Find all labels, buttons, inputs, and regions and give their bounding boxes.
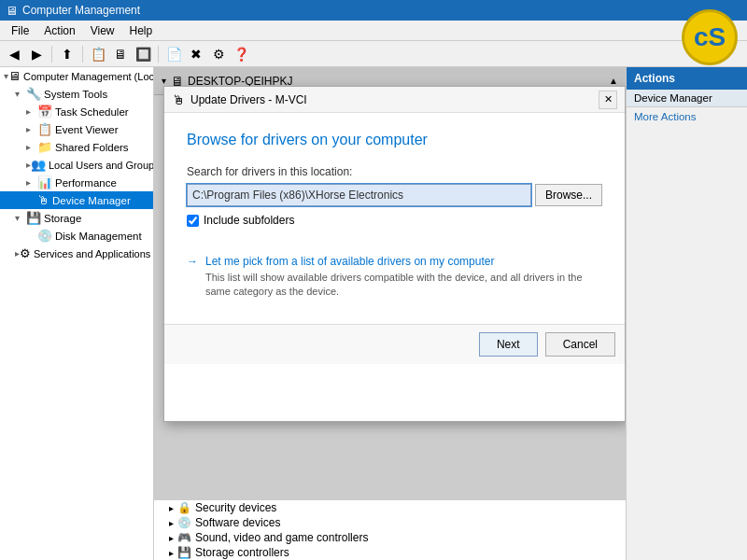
tree-item-event-viewer[interactable]: ▸ 📋 Event Viewer: [0, 120, 153, 138]
storage-ctrl-label: Storage controllers: [195, 546, 289, 559]
dialog-titlebar: 🖱 Update Drivers - M-VCI ✕: [164, 87, 625, 113]
menu-action[interactable]: Action: [36, 22, 82, 39]
toolbar-show-hide[interactable]: 📋: [88, 44, 108, 64]
toolbar-sep2: [82, 46, 83, 63]
path-input[interactable]: [187, 184, 531, 206]
tree-label-event-viewer: Event Viewer: [55, 124, 119, 135]
toolbar-forward[interactable]: ▶: [26, 44, 47, 64]
dm-item-security[interactable]: ▸ 🔒 Security devices: [154, 500, 626, 515]
tree-arrow-st: ▾: [15, 89, 26, 99]
toolbar-back[interactable]: ◀: [4, 44, 24, 64]
tree-label-storage: Storage: [44, 213, 81, 224]
pick-driver-desc: This list will show available drivers co…: [205, 271, 602, 300]
tree-label-shared-folders: Shared Folders: [55, 142, 129, 153]
logo-text: cS: [694, 22, 726, 52]
tree-label-disk-mgmt: Disk Management: [55, 231, 142, 242]
path-input-row: Browse...: [187, 184, 602, 206]
toolbar-delete[interactable]: ✖: [186, 44, 206, 64]
tree-arrow-sf: ▸: [26, 142, 37, 152]
tree-label-services: Services and Applications: [34, 248, 150, 259]
actions-header: Actions: [627, 67, 747, 90]
tree-item-shared-folders[interactable]: ▸ 📁 Shared Folders: [0, 138, 153, 156]
tree-item-disk-mgmt[interactable]: 💿 Disk Management: [0, 227, 153, 245]
dm-item-sound[interactable]: ▸ 🎮 Sound, video and game controllers: [154, 530, 626, 545]
actions-subheader: Device Manager: [627, 90, 747, 107]
dialog-body: Browse for drivers on your computer Sear…: [164, 113, 625, 324]
security-label: Security devices: [195, 501, 276, 514]
include-subfolders-checkbox[interactable]: [187, 215, 199, 227]
tree-label-local-users: Local Users and Groups: [49, 160, 154, 171]
software-label: Software devices: [195, 516, 280, 529]
tree-label-device-manager: Device Manager: [52, 195, 131, 206]
modal-overlay: 🖱 Update Drivers - M-VCI ✕ Browse for dr…: [154, 67, 626, 560]
disk-icon: 💿: [37, 229, 52, 243]
toolbar-properties[interactable]: ⚙: [208, 44, 229, 64]
storage-icon: 💾: [26, 211, 41, 225]
tree-item-computer-mgmt[interactable]: ▾ 🖥 Computer Management (Local): [0, 67, 153, 85]
pick-driver-link-row: → Let me pick from a list of available d…: [187, 255, 602, 300]
toolbar-sep3: [158, 46, 159, 63]
tree-arrow-stor: ▾: [15, 213, 26, 223]
storage-ctrl-icon: 💾: [177, 546, 191, 559]
tree-label-computer-mgmt: Computer Management (Local): [23, 71, 154, 82]
dm-item-storage-ctrl[interactable]: ▸ 💾 Storage controllers: [154, 545, 626, 560]
tree-label-system-tools: System Tools: [44, 89, 107, 100]
dm-item-software[interactable]: ▸ 💿 Software devices: [154, 515, 626, 530]
software-icon: 💿: [177, 516, 191, 529]
toolbar-up[interactable]: ⬆: [57, 44, 78, 64]
tree-label-performance: Performance: [55, 177, 117, 189]
title-bar-text: Computer Management: [22, 4, 140, 17]
more-actions-link[interactable]: More Actions: [627, 107, 747, 126]
dialog-title-text: Update Drivers - M-VCI: [190, 93, 599, 106]
menu-file[interactable]: File: [4, 22, 36, 39]
pick-driver-link[interactable]: Let me pick from a list of available dri…: [205, 255, 602, 268]
tree-item-system-tools[interactable]: ▾ 🔧 System Tools: [0, 85, 153, 103]
update-drivers-dialog: 🖱 Update Drivers - M-VCI ✕ Browse for dr…: [163, 86, 626, 422]
browse-button[interactable]: Browse...: [535, 184, 602, 206]
sound-label: Sound, video and game controllers: [195, 531, 368, 544]
toolbar-sep1: [51, 46, 52, 63]
tree-item-local-users[interactable]: ▸ 👥 Local Users and Groups: [0, 156, 153, 174]
include-subfolders-label: Include subfolders: [204, 214, 294, 227]
dialog-title-icon: 🖱: [172, 92, 185, 107]
pick-driver-link-container: Let me pick from a list of available dri…: [205, 255, 602, 300]
menu-view[interactable]: View: [83, 22, 122, 39]
tree-item-device-manager[interactable]: 🖱 Device Manager: [0, 191, 153, 209]
main-container: ▾ 🖥 Computer Management (Local) ▾ 🔧 Syst…: [0, 67, 747, 560]
next-button[interactable]: Next: [479, 332, 538, 357]
dm-bottom-items: ▸ 🔒 Security devices ▸ 💿 Software device…: [154, 500, 626, 560]
center-panel: ▾ 🖥 DESKTOP-QEIHPKJ ▲ ▸ 🔊 Audio inputs a…: [154, 67, 626, 560]
left-panel: ▾ 🖥 Computer Management (Local) ▾ 🔧 Syst…: [0, 67, 154, 560]
security-icon: 🔒: [177, 501, 191, 514]
local-users-icon: 👥: [31, 158, 46, 172]
link-arrow-icon: →: [187, 255, 198, 268]
menu-help[interactable]: Help: [122, 22, 161, 39]
tree-item-performance[interactable]: ▸ 📊 Performance: [0, 174, 153, 191]
performance-icon: 📊: [37, 175, 52, 189]
search-label: Search for drivers in this location:: [187, 165, 602, 178]
logo-badge: cS: [682, 9, 738, 65]
tree-arrow-perf: ▸: [26, 177, 37, 188]
tree-arrow-ts: ▸: [26, 106, 37, 117]
title-bar: 🖥 Computer Management: [0, 0, 747, 21]
event-viewer-icon: 📋: [37, 122, 52, 136]
include-subfolders-row: Include subfolders: [187, 214, 602, 227]
toolbar-new[interactable]: 📄: [163, 44, 184, 64]
tree-item-task-scheduler[interactable]: ▸ 📅 Task Scheduler: [0, 103, 153, 120]
right-panel: Actions Device Manager More Actions: [626, 67, 747, 560]
tree-item-services[interactable]: ▸ ⚙ Services and Applications: [0, 245, 153, 262]
toolbar-help[interactable]: ❓: [231, 44, 251, 64]
tree-label-task-scheduler: Task Scheduler: [55, 106, 129, 118]
cancel-button[interactable]: Cancel: [545, 332, 615, 357]
services-icon: ⚙: [20, 246, 31, 260]
dialog-close-button[interactable]: ✕: [599, 91, 617, 109]
toolbar: ◀ ▶ ⬆ 📋 🖥 🔲 📄 ✖ ⚙ ❓: [0, 41, 747, 67]
toolbar-btn3[interactable]: 🔲: [133, 44, 153, 64]
device-manager-icon: 🖱: [37, 193, 49, 207]
title-bar-icon: 🖥: [6, 4, 18, 18]
tree-arrow-ev: ▸: [26, 124, 37, 134]
toolbar-btn2[interactable]: 🖥: [110, 44, 131, 64]
sound-icon: 🎮: [177, 531, 191, 544]
computer-icon: 🖥: [8, 69, 21, 83]
tree-item-storage[interactable]: ▾ 💾 Storage: [0, 209, 153, 227]
